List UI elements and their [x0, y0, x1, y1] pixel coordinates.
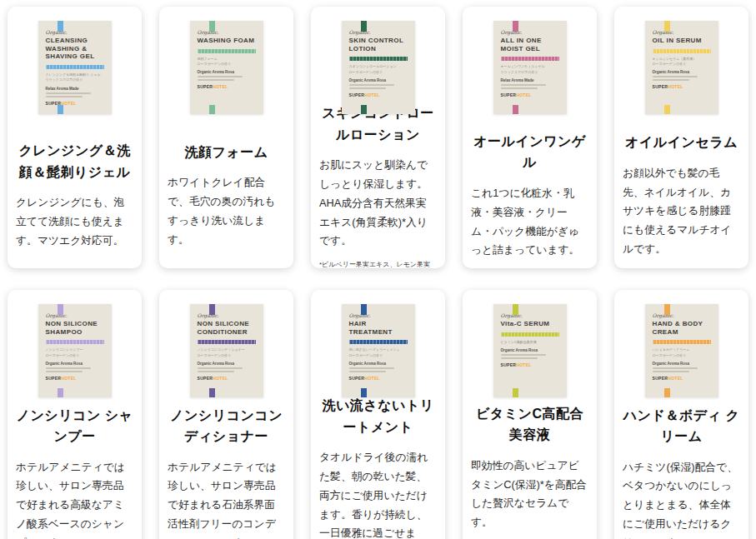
logo-super-text: SUPER	[501, 362, 517, 367]
product-card[interactable]: Organic. ALL IN ONE MOIST GEL オールインワンモイス…	[463, 7, 597, 268]
fine-print-line	[46, 92, 92, 94]
logo-hotel-text: HOTEL	[516, 92, 531, 97]
product-card[interactable]: Organic. NON SILICONE SHAMPOO ノンシリコンシャンプ…	[8, 290, 142, 539]
package-accent-tab-bottom	[664, 388, 670, 397]
package-brand-line: Organic Aroma Rosa	[198, 362, 256, 366]
fine-print-line	[653, 79, 690, 81]
product-card[interactable]: Organic. NON SILICONE CONDITIONER ノンシリコン…	[159, 290, 293, 539]
product-card[interactable]: Organic. OIL IN SERUM オイルインセラム（美容液） ローズガ…	[614, 7, 748, 268]
package-jp-line2: ローズガーデンの香り	[46, 353, 104, 358]
product-description: 即効性の高いピュアビタミンC(保湿)*を高配合した贅沢なセラムです。	[471, 457, 588, 532]
product-title: ハンド＆ボディ クリーム	[623, 405, 740, 447]
package-accent-bar	[501, 57, 559, 61]
package-accent-bar	[46, 65, 104, 69]
product-description: ホワイトクレイ配合で、毛穴の奥の汚れもすっきり洗い流します。	[168, 173, 285, 249]
product-title: 洗顔フォーム	[168, 142, 285, 163]
fine-print-line	[46, 371, 83, 372]
product-card[interactable]: Organic. HAIR TREATMENT 洗い流さないヘアトリートメント …	[311, 290, 445, 539]
super-hotel-logo: SUPERHOTEL	[501, 362, 559, 367]
fine-print-line	[501, 357, 538, 359]
package-product-name: CLEANSING WASHING & SHAVING GEL	[46, 37, 104, 61]
product-card[interactable]: Organic. CLEANSING WASHING & SHAVING GEL…	[8, 7, 142, 268]
super-hotel-logo: SUPERHOTEL	[349, 92, 408, 97]
product-card[interactable]: Organic. WASHING FOAM 洗顔フォーム ローズガーデンの香り …	[159, 7, 293, 268]
fine-print-line	[198, 371, 235, 372]
package-product-name: SKIN CONTROL LOTION	[349, 37, 408, 52]
package-accent-tab-top	[361, 21, 367, 32]
package-accent-tab-bottom	[58, 388, 63, 397]
package-accent-tab-bottom	[209, 388, 215, 397]
product-package-image: Organic. NON SILICONE CONDITIONER ノンシリコン…	[190, 304, 263, 397]
product-title: ビタミンC高配合美容液	[471, 403, 588, 446]
fine-print-line	[46, 96, 83, 97]
package-image-area: Organic. OIL IN SERUM オイルインセラム（美容液） ローズガ…	[614, 7, 748, 132]
package-accent-tab-top	[209, 304, 215, 315]
package-organic-script: Organic.	[501, 312, 559, 318]
package-jp-line2: ローズガーデンの香り	[653, 353, 711, 358]
product-description: クレンジングにも、泡立てて洗顔にも使えます。マツエク対応可。	[16, 193, 133, 250]
package-accent-tab-bottom	[361, 388, 367, 397]
product-package-image: Organic. OIL IN SERUM オイルインセラム（美容液） ローズガ…	[645, 21, 718, 114]
fine-print-line	[198, 79, 235, 81]
package-accent-tab-top	[513, 21, 518, 32]
package-accent-tab-bottom	[664, 105, 670, 114]
package-jp-line2: リラックスアロマの香り	[501, 70, 559, 75]
product-text-area: 洗顔フォーム ホワイトクレイ配合で、毛穴の奥の汚れもすっきり洗い流します。	[159, 132, 293, 268]
package-image-area: Organic. CLEANSING WASHING & SHAVING GEL…	[8, 7, 142, 132]
package-accent-bar	[349, 57, 408, 61]
fine-print-line	[198, 76, 243, 77]
product-text-area: オイルインセラム お顔以外でも髪の毛先、ネイルオイル、カサツキを感じる肘膝踵にも…	[614, 132, 748, 268]
product-text-area: ノンシリコンコンディショナー ホテルアメニティでは珍しい、サロン専売品で好まれる…	[159, 416, 293, 539]
logo-super-text: SUPER	[349, 376, 365, 381]
package-accent-tab-bottom	[361, 105, 367, 114]
product-package-image: Organic. ALL IN ONE MOIST GEL オールインワンモイス…	[493, 21, 567, 114]
logo-hotel-text: HOTEL	[213, 376, 228, 381]
fine-print-line	[198, 367, 243, 369]
package-image-area: Organic. NON SILICONE SHAMPOO ノンシリコンシャンプ…	[8, 290, 142, 416]
super-hotel-logo: SUPERHOTEL	[653, 376, 711, 381]
package-product-name: HAND & BODY CREAM	[653, 320, 711, 336]
fine-print-line	[501, 354, 547, 356]
logo-super-text: SUPER	[501, 92, 517, 97]
logo-hotel-text: HOTEL	[213, 84, 228, 89]
package-brand-line: Organic Aroma Rosa	[653, 70, 711, 74]
product-card[interactable]: Organic. HAND & BODY CREAM ハンド＆ボディクリーム ロ…	[614, 290, 748, 539]
logo-super-text: SUPER	[198, 84, 213, 89]
package-jp-line1: ビタミンC高配合美容液	[501, 340, 559, 345]
logo-hotel-text: HOTEL	[364, 92, 379, 97]
product-text-area: ビタミンC高配合美容液 即効性の高いピュアビタミンC(保湿)*を高配合した贅沢な…	[463, 416, 597, 539]
logo-hotel-text: HOTEL	[668, 376, 683, 381]
fine-print-line	[653, 76, 698, 77]
package-accent-bar	[349, 340, 408, 344]
logo-hotel-text: HOTEL	[516, 362, 531, 367]
fine-print-line	[46, 367, 92, 369]
package-brand-line: Organic Aroma Rosa	[653, 362, 711, 366]
package-image-area: Organic. NON SILICONE CONDITIONER ノンシリコン…	[159, 290, 293, 416]
product-description: タオルドライ後の濡れた髪、朝の乾いた髪、両方にご使用いただけます。香りが持続し、…	[319, 448, 437, 539]
package-jp-line1: 洗い流さないヘアトリートメント	[349, 347, 408, 352]
logo-super-text: SUPER	[653, 84, 668, 89]
package-product-name: HAIR TREATMENT	[349, 320, 408, 336]
package-accent-tab-top	[513, 304, 518, 315]
product-text-area: クレンジング＆洗顔＆髭剃りジェル クレンジングにも、泡立てて洗顔にも使えます。マ…	[8, 132, 142, 268]
product-card[interactable]: Organic. Vita-C SERUM ビタミンC高配合美容液 Organi…	[463, 290, 597, 539]
product-grid: Organic. CLEANSING WASHING & SHAVING GEL…	[0, 0, 756, 539]
package-accent-bar	[198, 340, 256, 344]
logo-super-text: SUPER	[349, 92, 365, 97]
package-organic-script: Organic.	[349, 29, 408, 35]
fine-print-line	[349, 84, 395, 86]
product-text-area: スキンコントロールローション お肌にスッと馴染んでしっとり保湿します。AHA成分…	[311, 132, 445, 268]
super-hotel-logo: SUPERHOTEL	[349, 376, 408, 381]
package-image-area: Organic. WASHING FOAM 洗顔フォーム ローズガーデンの香り …	[159, 7, 293, 132]
package-accent-tab-top	[209, 21, 215, 32]
logo-super-text: SUPER	[653, 376, 668, 381]
package-accent-tab-top	[361, 304, 367, 315]
product-description: ホテルアメニティでは珍しい、サロン専売品で好まれる石油系界面活性剤フリーのコンデ…	[168, 458, 285, 539]
package-product-name: WASHING FOAM	[198, 37, 256, 45]
logo-super-text: SUPER	[46, 376, 62, 381]
package-accent-tab-top	[58, 21, 63, 32]
product-title: ノンシリコンコンディショナー	[168, 405, 285, 447]
product-card[interactable]: Organic. SKIN CONTROL LOTION スキンコントロールロー…	[311, 7, 445, 268]
product-package-image: Organic. CLEANSING WASHING & SHAVING GEL…	[38, 21, 112, 114]
package-accent-tab-bottom	[513, 105, 518, 114]
